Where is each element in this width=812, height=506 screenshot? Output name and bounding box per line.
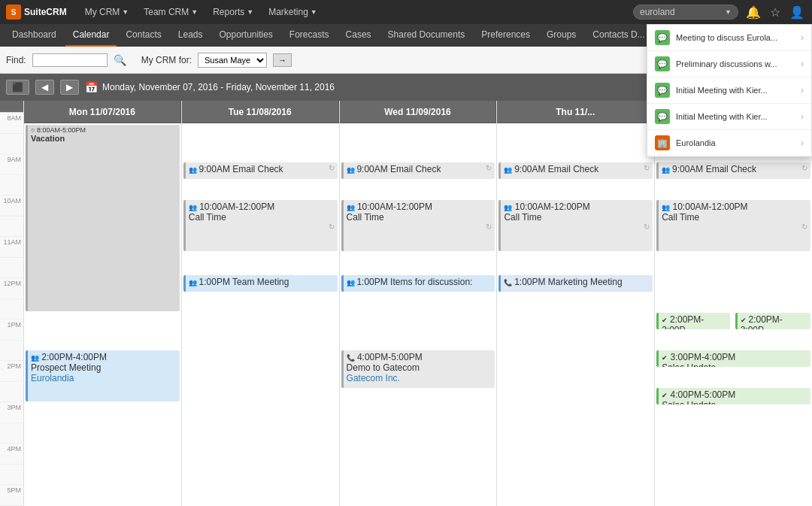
calendar-grid: 8AM 9AM 10AM 11AM 12PM 1PM 2PM 3PM 4PM 5… [0,101,812,506]
tab-calendar[interactable]: Calendar [65,24,117,47]
event-call-time-wed[interactable]: 👥 10:00AM-12:00PM Call Time ↻ [341,200,495,251]
event-link[interactable]: Eurolandia [31,373,177,383]
refresh-icon[interactable]: ↻ [486,223,492,231]
event-time: 1:00PM Marketing Meeting [514,277,622,287]
find-input[interactable] [32,53,108,67]
refresh-icon[interactable]: ↻ [801,223,807,231]
search-button[interactable]: 🔍 [114,54,126,66]
event-email-check-tue[interactable]: 👥 9:00AM Email Check ↻ [183,162,338,179]
dropdown-item-text-4: Initial Meeting with Kier... [676,112,795,121]
event-sales-update-fri-3[interactable]: ✔ 3:00PM-4:00PM Sales Update [656,350,810,367]
event-sales-update-fri-2[interactable]: ✔ 2:00PM-3:00P... [735,313,810,329]
team-crm-menu[interactable]: Team CRM ▼ [138,4,204,20]
top-nav-right: euroland ▼ 🔔 ☆ 👤 [633,4,806,21]
refresh-icon[interactable]: ↻ [644,164,650,172]
wednesday-header: Wed 11/09/2016 [340,101,497,123]
tab-preferences[interactable]: Preferences [474,24,538,47]
my-crm-menu[interactable]: My CRM ▼ [79,4,135,20]
event-time: 9:00AM Email Check [672,164,756,174]
refresh-icon[interactable]: ↻ [801,164,807,172]
event-email-check-fri[interactable]: 👥 9:00AM Email Check ↻ [656,162,810,179]
tuesday-header: Tue 11/08/2016 [182,101,339,123]
event-time: 2:00PM-3:00P... [741,314,783,329]
people-icon: 👥 [662,204,670,211]
event-title: Call Time [662,212,807,223]
dropdown-item-5[interactable]: 🏢 Eurolandia › [647,130,811,156]
event-vacation[interactable]: ○ 8:00AM-5:00PM Vacation [26,125,180,311]
refresh-icon[interactable]: ↻ [486,164,492,172]
column-monday: Mon 11/07/2016 ○ 8:00AM-5:00PM Vacation … [24,101,182,506]
mycrm-user-select[interactable]: Susan Maye [198,53,267,68]
event-email-check-wed[interactable]: 👥 9:00AM Email Check ↻ [341,162,495,179]
today-button[interactable]: ⬛ [6,80,29,95]
time-3-30 [0,423,23,444]
time-4-30 [0,465,23,486]
event-call-time-thu[interactable]: 👥 10:00AM-12:00PM Call Time ↻ [498,200,653,251]
calendar-icon: 📅 [85,81,98,93]
event-prospect-meeting[interactable]: 👥 2:00PM-4:00PM Prospect Meeting Eurolan… [26,350,180,401]
event-email-check-thu[interactable]: 👥 9:00AM Email Check ↻ [498,162,653,179]
event-link[interactable]: Gatecom Inc. [347,373,492,383]
time-3pm: 3PM [0,402,23,423]
tab-forecasts[interactable]: Forecasts [282,24,337,47]
next-button[interactable]: ▶ [60,80,79,95]
dropdown-item-3[interactable]: 💬 Initial Meeting with Kier... › [647,77,811,104]
time-column: 8AM 9AM 10AM 11AM 12PM 1PM 2PM 3PM 4PM 5… [0,101,24,506]
search-dropdown: 💬 Meeting to discuss Eurola... › 💬 Preli… [647,24,812,157]
check-icon: ✔ [662,392,668,399]
column-friday: Fri 11/... 👥 9:00AM Email Check ↻ 👥 10:0… [655,101,812,506]
event-team-meeting-tue[interactable]: 👥 1:00PM Team Meeting [183,275,338,292]
tab-leads[interactable]: Leads [171,24,211,47]
tab-contacts[interactable]: Contacts [118,24,168,47]
chevron-right-icon: › [801,32,804,43]
event-title: Sales Update [662,400,807,404]
star-icon[interactable]: ☆ [768,4,782,21]
chat-icon: 💬 [655,109,670,124]
event-title: Call Time [189,212,335,223]
dropdown-item-2[interactable]: 💬 Preliminary discussions w... › [647,51,811,77]
tab-contacts-d[interactable]: Contacts D... [585,24,652,47]
chat-icon: 💬 [655,30,670,45]
time-12pm: 12PM [0,278,23,299]
time-1pm: 1PM [0,320,23,341]
event-sales-update-fri-1[interactable]: ✔ 2:00PM-3:00P... [656,313,730,329]
marketing-menu[interactable]: Marketing ▼ [262,4,323,20]
tab-opportunities[interactable]: Opportunities [211,24,280,47]
dropdown-item-1[interactable]: 💬 Meeting to discuss Eurola... › [647,25,811,51]
thursday-header: Thu 11/... [497,101,654,123]
reports-menu[interactable]: Reports ▼ [207,4,259,20]
prev-button[interactable]: ◀ [35,80,54,95]
chevron-right-icon: › [801,138,804,148]
tab-groups[interactable]: Groups [539,24,583,47]
mycrm-go-button[interactable]: → [273,53,292,67]
dropdown-item-text-2: Preliminary discussions w... [676,59,795,68]
time-9-30 [0,175,23,196]
tab-cases[interactable]: Cases [338,24,379,47]
event-sales-update-fri-4[interactable]: ✔ 4:00PM-5:00PM Sales Update [656,388,810,404]
column-tuesday: Tue 11/08/2016 👥 9:00AM Email Check ↻ 👥 … [182,101,340,506]
tab-shared-documents[interactable]: Shared Documents [380,24,473,47]
chevron-down-icon: ▼ [247,8,253,16]
event-demo-gatecom-wed[interactable]: 📞 4:00PM-5:00PM Demo to Gatecom Gatecom … [341,350,495,388]
dropdown-item-text-3: Initial Meeting with Kier... [676,86,795,95]
event-items-discussion-wed[interactable]: 👥 1:00PM Items for discussion: [341,275,495,292]
user-icon[interactable]: 👤 [788,4,806,21]
event-title: Call Time [347,212,492,223]
notifications-icon[interactable]: 🔔 [744,4,762,21]
refresh-icon[interactable]: ↻ [329,223,335,231]
refresh-icon[interactable]: ↻ [644,223,650,231]
time-11am: 11AM [0,237,23,258]
time-10-30 [0,217,23,238]
chevron-down-icon: ▼ [311,8,317,16]
event-call-time-fri[interactable]: 👥 10:00AM-12:00PM Call Time ↻ [656,200,810,251]
event-call-time-tue[interactable]: 👥 10:00AM-12:00PM Call Time ↻ [183,200,338,251]
dropdown-item-4[interactable]: 💬 Initial Meeting with Kier... › [647,104,811,130]
dropdown-item-text-5: Eurolandia [676,138,795,147]
building-icon: 🏢 [655,135,670,150]
event-marketing-meeting-thu[interactable]: 📞 1:00PM Marketing Meeting [498,275,653,292]
global-search-box[interactable]: euroland ▼ [633,5,738,20]
refresh-icon[interactable]: ↻ [329,164,335,172]
calendar-date-range: 📅 Monday, November 07, 2016 - Friday, No… [85,81,335,93]
people-icon: 👥 [504,204,512,211]
tab-dashboard[interactable]: Dashboard [5,24,64,47]
